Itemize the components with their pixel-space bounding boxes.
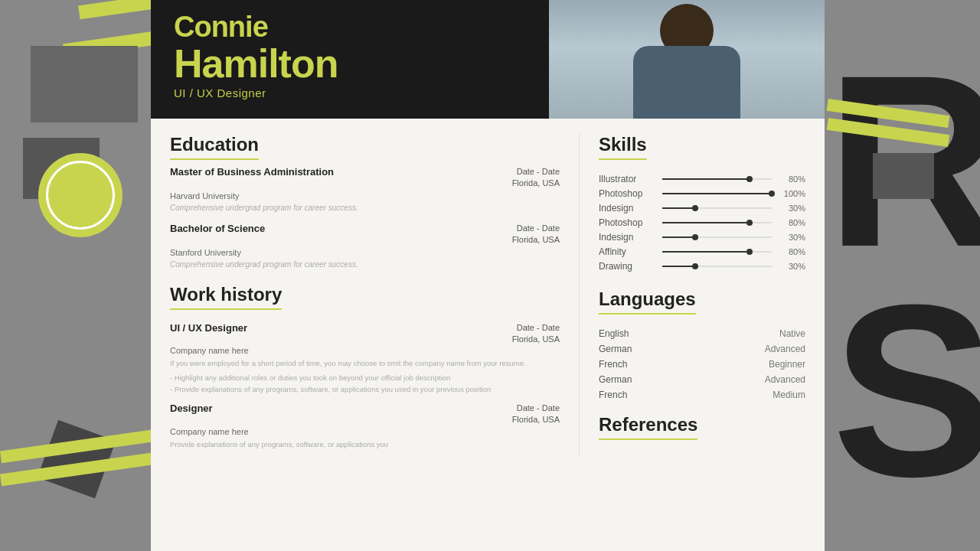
skill-handle-2 — [692, 205, 698, 211]
skills-section: Skills Illustrator 80% Photoshop 100% In… — [599, 134, 805, 272]
photo-body — [637, 50, 737, 119]
skill-handle-6 — [692, 263, 698, 269]
skill-handle-3 — [746, 220, 753, 226]
skill-pct-4: 30% — [778, 233, 805, 242]
lang-row-2: French Beginner — [599, 359, 805, 370]
skill-track-4 — [662, 236, 772, 238]
edu-header-row-1: Master of Business Administration Date -… — [170, 166, 560, 190]
lang-row-1: German Advanced — [599, 344, 805, 354]
photo-head — [660, 4, 714, 57]
skill-fill-3 — [662, 222, 750, 223]
skill-name-0: Illustrator — [599, 174, 656, 184]
skills-title: Skills — [599, 134, 647, 160]
work-header-row-1: UI / UX Designer Date - Date Florida, US… — [170, 322, 560, 346]
skill-pct-3: 80% — [778, 218, 805, 227]
skill-fill-1 — [662, 193, 772, 194]
edu-degree-1: Master of Business Administration — [170, 166, 334, 178]
skills-list: Illustrator 80% Photoshop 100% Indesign … — [599, 174, 805, 272]
skill-row-0: Illustrator 80% — [599, 174, 805, 184]
skill-track-6 — [662, 266, 772, 267]
lang-level-2: Beginner — [769, 359, 805, 370]
work-entry-2: Designer Date - Date Florida, USA Compan… — [170, 403, 560, 450]
skill-row-6: Drawing 30% — [599, 261, 805, 272]
deco-rect-r1 — [873, 153, 934, 199]
languages-title: Languages — [599, 289, 696, 315]
skill-row-2: Indesign 30% — [599, 203, 805, 214]
lang-row-3: German Advanced — [599, 374, 805, 385]
work-desc-2: Provide explanations of any programs, so… — [170, 439, 560, 450]
work-title-1: UI / UX Designer — [170, 322, 247, 346]
languages-list: English Native German Advanced French Be… — [599, 328, 805, 400]
edu-school-2: Stanford University — [170, 248, 560, 257]
languages-section: Languages English Native German Advanced… — [599, 289, 805, 400]
skill-fill-6 — [662, 266, 695, 267]
skill-fill-5 — [662, 251, 750, 253]
skill-name-4: Indesign — [599, 232, 656, 243]
lang-row-0: English Native — [599, 328, 805, 339]
lang-level-3: Advanced — [765, 374, 805, 385]
lang-name-4: French — [599, 390, 627, 400]
deco-text-s: S — [832, 268, 980, 513]
edu-degree-2: Bachelor of Science — [170, 223, 265, 234]
header-text-area: Connie Hamilton UI / UX Designer — [151, 0, 549, 119]
references-title: References — [599, 414, 697, 440]
education-section: Education Master of Business Administrat… — [170, 134, 560, 269]
skill-pct-2: 30% — [778, 204, 805, 213]
resume-content: Education Master of Business Administrat… — [151, 119, 825, 473]
work-title-2: Designer — [170, 403, 213, 426]
lang-name-0: English — [599, 328, 629, 339]
work-company-1: Company name here — [170, 346, 560, 355]
left-column: Education Master of Business Administrat… — [151, 134, 580, 458]
skill-name-1: Photoshop — [599, 188, 656, 199]
skill-name-3: Photoshop — [599, 217, 656, 228]
skill-pct-6: 30% — [778, 262, 805, 271]
edu-date-2: Date - Date Florida, USA — [512, 223, 560, 246]
skill-name-5: Affinity — [599, 246, 656, 257]
skill-fill-4 — [662, 236, 695, 238]
right-column: Skills Illustrator 80% Photoshop 100% In… — [580, 134, 825, 458]
skill-pct-5: 80% — [778, 247, 805, 256]
skill-handle-0 — [746, 176, 753, 182]
edu-desc-2: Comprehensive undergrad program for care… — [170, 260, 560, 269]
resume-header: Connie Hamilton UI / UX Designer — [151, 0, 825, 119]
edu-header-row-2: Bachelor of Science Date - Date Florida,… — [170, 223, 560, 246]
work-header-row-2: Designer Date - Date Florida, USA — [170, 403, 560, 426]
skill-fill-2 — [662, 207, 695, 209]
skill-handle-1 — [769, 191, 775, 197]
edu-desc-1: Comprehensive undergrad program for care… — [170, 204, 560, 212]
deco-rect-1 — [31, 46, 138, 122]
skill-fill-0 — [662, 178, 750, 180]
skill-row-1: Photoshop 100% — [599, 188, 805, 199]
work-bullets-1: - Highlight any additional roles or duti… — [170, 372, 560, 395]
work-company-2: Company name here — [170, 427, 560, 436]
work-history-title: Work history — [170, 284, 282, 310]
resume-document: Connie Hamilton UI / UX Designer Educati… — [151, 0, 825, 551]
skill-handle-5 — [746, 249, 753, 255]
skill-pct-1: 100% — [778, 189, 805, 198]
candidate-name: Connie Hamilton — [174, 11, 526, 83]
work-history-section: Work history UI / UX Designer Date - Dat… — [170, 284, 560, 450]
lang-name-2: French — [599, 359, 627, 370]
references-section: References — [599, 414, 805, 446]
skill-track-5 — [662, 251, 772, 253]
skill-name-6: Drawing — [599, 261, 656, 272]
skill-pct-0: 80% — [778, 174, 805, 184]
candidate-photo — [549, 0, 825, 119]
skill-name-2: Indesign — [599, 203, 656, 214]
work-date-2: Date - Date Florida, USA — [512, 403, 560, 426]
edu-date-1: Date - Date Florida, USA — [512, 166, 560, 190]
education-title: Education — [170, 134, 259, 160]
work-desc-1: If you were employed for a short period … — [170, 358, 560, 369]
lang-name-3: German — [599, 374, 632, 385]
skill-track-0 — [662, 178, 772, 180]
skill-row-4: Indesign 30% — [599, 232, 805, 243]
work-date-1: Date - Date Florida, USA — [512, 322, 560, 346]
skill-row-5: Affinity 80% — [599, 246, 805, 257]
skill-handle-4 — [692, 234, 698, 240]
lang-level-1: Advanced — [765, 344, 805, 354]
work-entry-1: UI / UX Designer Date - Date Florida, US… — [170, 322, 560, 395]
lang-level-4: Medium — [773, 390, 805, 400]
edu-entry-2: Bachelor of Science Date - Date Florida,… — [170, 223, 560, 269]
candidate-title: UI / UX Designer — [174, 86, 526, 99]
skill-row-3: Photoshop 80% — [599, 217, 805, 228]
